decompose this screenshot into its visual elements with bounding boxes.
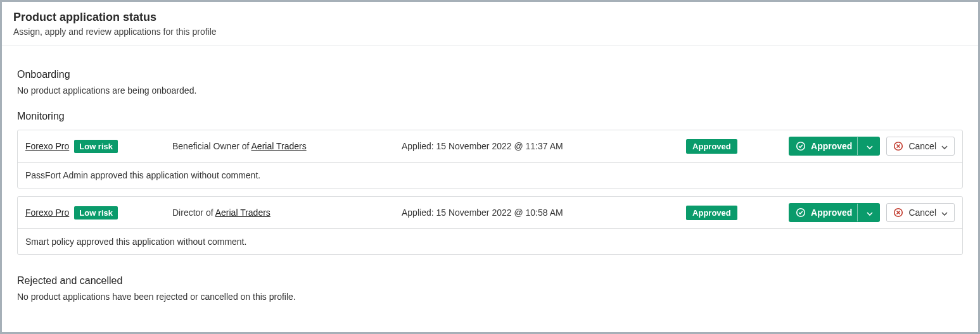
actions-cell: Approved Cancel <box>789 137 955 156</box>
product-cell: Forexo Pro Low risk <box>25 140 165 153</box>
actions-cell: Approved Cancel <box>789 203 955 222</box>
approved-dropdown-button[interactable]: Approved <box>789 137 880 156</box>
onboarding-empty-text: No product applications are being onboar… <box>17 85 963 96</box>
status-badge: Approved <box>686 139 737 154</box>
status-badge: Approved <box>686 206 737 220</box>
application-note: PassFort Admin approved this application… <box>18 162 962 188</box>
section-title-onboarding: Onboarding <box>17 69 963 80</box>
cancel-dropdown-button[interactable]: Cancel <box>886 137 955 156</box>
applied-cell: Applied: 15 November 2022 @ 11:37 AM <box>402 141 678 151</box>
role-entity-link[interactable]: Aerial Traders <box>251 141 307 151</box>
page-header: Product application status Assign, apply… <box>2 2 978 46</box>
application-card: Forexo Pro Low risk Beneficial Owner of … <box>17 130 963 189</box>
role-cell: Director of Aerial Traders <box>172 207 394 218</box>
product-cell: Forexo Pro Low risk <box>25 206 165 220</box>
applied-value: 15 November 2022 @ 11:37 AM <box>436 141 563 151</box>
role-cell: Beneficial Owner of Aerial Traders <box>172 141 394 151</box>
button-divider <box>857 137 858 155</box>
chevron-down-icon <box>941 209 948 216</box>
application-card: Forexo Pro Low risk Director of Aerial T… <box>17 196 963 255</box>
x-circle-icon <box>893 207 903 218</box>
applied-cell: Applied: 15 November 2022 @ 10:58 AM <box>402 207 678 218</box>
chevron-down-icon <box>867 143 873 149</box>
status-cell: Approved <box>686 206 781 220</box>
applied-prefix: Applied: <box>402 141 436 151</box>
product-link[interactable]: Forexo Pro <box>25 207 69 218</box>
section-title-monitoring: Monitoring <box>17 111 963 122</box>
section-title-rejected: Rejected and cancelled <box>17 275 963 287</box>
role-prefix: Beneficial Owner of <box>172 141 251 151</box>
button-divider <box>857 204 858 221</box>
cancel-dropdown-button[interactable]: Cancel <box>886 203 955 222</box>
applied-value: 15 November 2022 @ 10:58 AM <box>436 207 563 218</box>
cancel-button-label: Cancel <box>908 142 936 151</box>
approved-button-label: Approved <box>811 208 852 217</box>
role-entity-link[interactable]: Aerial Traders <box>215 207 270 218</box>
application-note: Smart policy approved this application w… <box>18 228 962 254</box>
app-frame: Product application status Assign, apply… <box>0 0 980 334</box>
page-content: Onboarding No product applications are b… <box>2 46 978 311</box>
product-link[interactable]: Forexo Pro <box>25 141 69 151</box>
check-circle-icon <box>796 207 806 218</box>
x-circle-icon <box>893 141 903 151</box>
status-cell: Approved <box>686 139 781 154</box>
approved-dropdown-button[interactable]: Approved <box>789 203 880 222</box>
risk-badge: Low risk <box>74 140 118 153</box>
risk-badge: Low risk <box>74 206 118 220</box>
role-prefix: Director of <box>172 207 215 218</box>
chevron-down-icon <box>867 209 873 216</box>
application-row: Forexo Pro Low risk Beneficial Owner of … <box>18 130 962 162</box>
chevron-down-icon <box>941 143 948 149</box>
approved-button-label: Approved <box>811 142 852 151</box>
check-circle-icon <box>796 141 806 151</box>
cancel-button-label: Cancel <box>908 208 936 217</box>
rejected-empty-text: No product applications have been reject… <box>17 292 963 302</box>
application-row: Forexo Pro Low risk Director of Aerial T… <box>18 197 962 228</box>
page-subtitle: Assign, apply and review applications fo… <box>13 27 967 37</box>
page-title: Product application status <box>13 11 967 24</box>
applied-prefix: Applied: <box>402 207 436 218</box>
